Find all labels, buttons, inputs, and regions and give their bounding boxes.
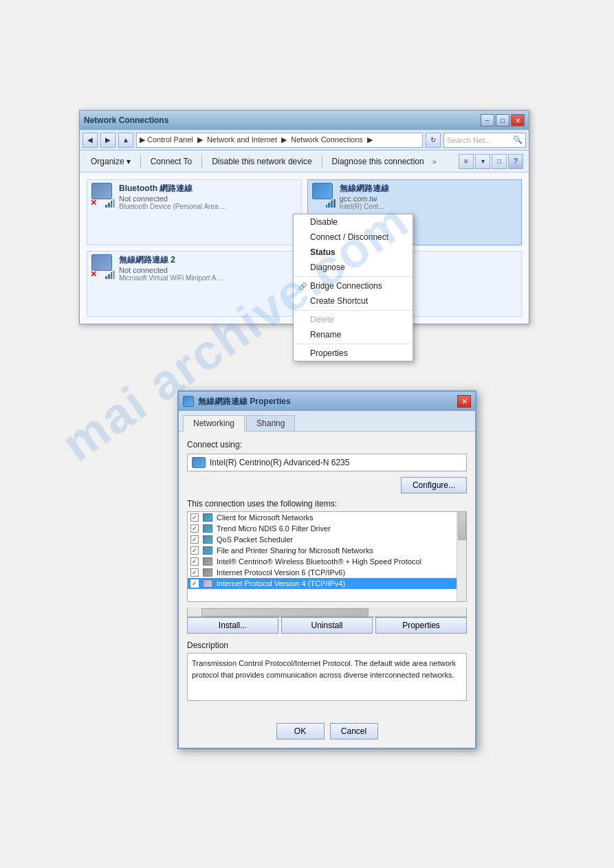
minimize-button[interactable]: − — [481, 114, 494, 126]
properties-button[interactable]: Properties — [375, 617, 467, 634]
toolbar-separator-3 — [322, 155, 322, 168]
organize-button[interactable]: Organize ▾ — [85, 153, 136, 170]
ipv4-label: Internet Protocol Version 4 (TCP/IPv4) — [217, 579, 345, 588]
checkbox-intel-bt[interactable] — [190, 557, 199, 566]
view-button[interactable]: ≡ — [459, 154, 474, 169]
list-item-ipv6[interactable]: Internet Protocol Version 6 (TCP/IPv6) — [188, 567, 466, 578]
wifi1-icon — [311, 183, 336, 208]
checkbox-file-printer[interactable] — [190, 546, 199, 555]
description-text: Transmission Control Protocol/Internet P… — [192, 659, 456, 679]
window-controls: − □ ✕ — [481, 114, 525, 126]
horizontal-scrollbar[interactable] — [187, 608, 467, 617]
file-printer-label: File and Printer Sharing for Microsoft N… — [217, 546, 373, 555]
panel-toggle-button[interactable]: □ — [492, 154, 507, 169]
cancel-button[interactable]: Cancel — [330, 723, 378, 739]
dialog-title-text: 無線網路連線 Properties — [198, 396, 291, 408]
ctx-create-shortcut[interactable]: Create Shortcut — [294, 293, 413, 309]
scrollbar-thumb[interactable] — [458, 513, 466, 540]
address-bar: ◀ ▶ ▲ ▶ Control Panel ▶ Network and Inte… — [80, 130, 529, 151]
configure-button[interactable]: Configure... — [401, 477, 467, 493]
organize-dropdown-icon: ▾ — [127, 157, 131, 166]
ctx-sep-2 — [294, 310, 413, 311]
network-item-bluetooth[interactable]: ✕ Bluetooth 網路連線 Not connected Bluetooth… — [87, 179, 302, 245]
forward-button[interactable]: ▶ — [100, 133, 116, 148]
uninstall-button[interactable]: Uninstall — [281, 617, 373, 634]
back-button[interactable]: ◀ — [83, 133, 98, 148]
ctx-status[interactable]: Status — [294, 245, 413, 260]
checkbox-ipv6[interactable] — [190, 568, 199, 577]
bluetooth-name: Bluetooth 網路連線 — [119, 183, 298, 194]
refresh-button[interactable]: ↻ — [426, 133, 441, 148]
checkbox-client[interactable] — [190, 513, 199, 522]
connect-to-button[interactable]: Connect To — [145, 153, 198, 170]
checkbox-trend[interactable] — [190, 524, 199, 533]
description-label: Description — [187, 641, 467, 650]
dialog-footer: OK Cancel — [179, 717, 475, 748]
checkbox-ipv4[interactable] — [190, 579, 199, 588]
content-area: ✕ Bluetooth 網路連線 Not connected Bluetooth… — [80, 173, 529, 324]
tab-networking[interactable]: Networking — [183, 415, 245, 432]
ipv6-icon — [203, 568, 212, 577]
list-item-file-printer[interactable]: File and Printer Sharing for Microsoft N… — [188, 545, 466, 556]
client-label: Client for Microsoft Networks — [217, 513, 314, 522]
ctx-connect-disconnect[interactable]: Connect / Disconnect — [294, 230, 413, 245]
help-button[interactable]: ? — [508, 154, 523, 169]
wifi2-icon: ✕ — [90, 254, 115, 279]
dialog-title-left: 無線網路連線 Properties — [183, 396, 291, 408]
file-printer-icon — [203, 546, 212, 555]
checkbox-qos[interactable] — [190, 535, 199, 544]
list-item-ipv4[interactable]: Internet Protocol Version 4 (TCP/IPv4) — [188, 578, 466, 589]
dialog-close-button[interactable]: ✕ — [457, 395, 471, 408]
more-options-indicator: » — [432, 157, 437, 166]
client-icon — [203, 513, 212, 522]
ipv4-icon — [203, 579, 212, 588]
list-scrollbar[interactable] — [457, 512, 466, 601]
list-item-intel-bt[interactable]: Intel® Centrino® Wireless Bluetooth® + H… — [188, 556, 466, 567]
close-button[interactable]: ✕ — [511, 114, 525, 126]
ctx-diagnose[interactable]: Diagnose — [294, 260, 413, 275]
adapter-name: Intel(R) Centrino(R) Advanced-N 6235 — [210, 458, 349, 467]
address-path[interactable]: ▶ Control Panel ▶ Network and Internet ▶… — [136, 133, 423, 148]
bluetooth-info: Bluetooth 網路連線 Not connected Bluetooth D… — [119, 183, 298, 210]
search-icon[interactable]: 🔍 — [513, 135, 523, 144]
ctx-bridge-connections[interactable]: 🔗 Bridge Connections — [294, 278, 413, 293]
install-button[interactable]: Install... — [187, 617, 278, 634]
list-item-trend[interactable]: Trend Micro NDIS 6.0 Filter Driver — [188, 523, 466, 534]
h-scroll-thumb[interactable] — [201, 608, 369, 616]
list-item-client[interactable]: Client for Microsoft Networks — [188, 512, 466, 523]
window-title: Network Connections — [84, 115, 168, 125]
items-list[interactable]: Client for Microsoft Networks Trend Micr… — [188, 512, 466, 601]
dialog-tabs: Networking Sharing — [179, 411, 475, 432]
wifi2-disconnected-icon: ✕ — [90, 269, 97, 279]
ctx-delete: Delete — [294, 312, 413, 327]
network-item-wifi2[interactable]: ✕ 無線網路連線 2 Not connected Microsoft Virtu… — [87, 251, 302, 317]
disconnected-icon: ✕ — [90, 198, 97, 208]
ctx-rename[interactable]: Rename — [294, 327, 413, 342]
disable-device-button[interactable]: Disable this network device — [206, 153, 317, 170]
tab-sharing[interactable]: Sharing — [246, 415, 295, 431]
dialog-content: Connect using: Intel(R) Centrino(R) Adva… — [179, 432, 475, 717]
bluetooth-icon: ✕ — [90, 183, 115, 208]
up-button[interactable]: ▲ — [118, 133, 133, 148]
ctx-properties[interactable]: Properties — [294, 346, 413, 361]
ctx-disable[interactable]: Disable — [294, 214, 413, 230]
qos-label: QoS Packet Scheduler — [217, 535, 293, 544]
wifi2-info: 無線網路連線 2 Not connected Microsoft Virtual… — [119, 254, 298, 282]
search-box[interactable]: Search Net... 🔍 — [443, 133, 526, 148]
diagnose-button[interactable]: Diagnose this connection — [327, 153, 430, 170]
view-options-button[interactable]: ▾ — [475, 154, 490, 169]
toolbar: Organize ▾ Connect To Disable this netwo… — [80, 151, 529, 173]
toolbar-separator-2 — [201, 155, 202, 168]
list-item-qos[interactable]: QoS Packet Scheduler — [188, 534, 466, 545]
breadcrumb: ▶ Control Panel ▶ Network and Internet ▶… — [140, 135, 373, 144]
maximize-button[interactable]: □ — [496, 114, 509, 126]
dialog-titlebar: 無線網路連線 Properties ✕ — [179, 392, 475, 411]
wifi1-status: gcc.com.tw — [340, 194, 519, 203]
signal-icon — [105, 199, 115, 208]
items-list-container: Client for Microsoft Networks Trend Micr… — [187, 511, 467, 602]
ok-button[interactable]: OK — [276, 723, 325, 739]
titlebar: Network Connections − □ ✕ — [80, 111, 529, 130]
properties-dialog: 無線網路連線 Properties ✕ Networking Sharing C… — [177, 390, 476, 749]
action-buttons: Install... Uninstall Properties — [187, 617, 467, 634]
context-menu: Disable Connect / Disconnect Status Diag… — [293, 214, 413, 361]
